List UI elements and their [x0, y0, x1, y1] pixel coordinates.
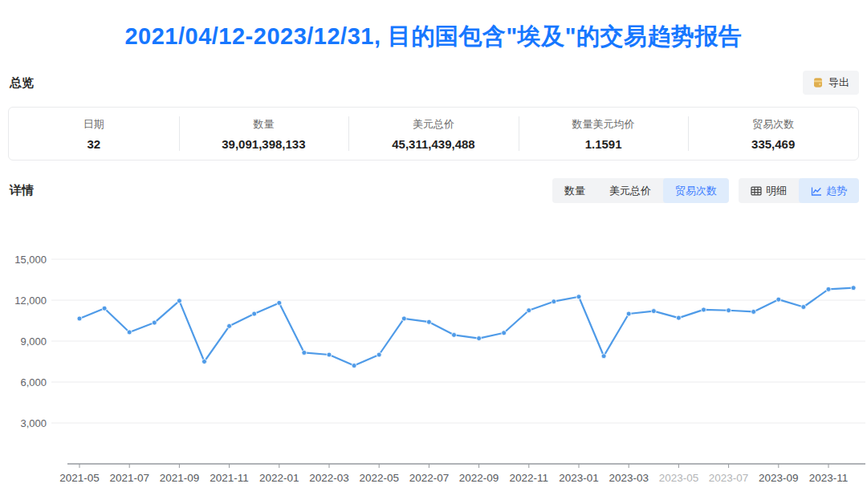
- x-axis-label: 2021-11: [210, 472, 249, 484]
- detail-tab-groups: 数量 美元总价 贸易次数 明细: [552, 178, 859, 203]
- x-axis-label: 2022-11: [510, 472, 549, 484]
- y-axis-label: 9,000: [20, 335, 47, 348]
- stat-trade-count: 贸易次数 335,469: [688, 108, 858, 160]
- stat-dates: 日期 32: [9, 108, 179, 160]
- metric-tab-trade-count[interactable]: 贸易次数: [663, 178, 729, 203]
- data-point: [502, 331, 507, 335]
- data-point: [102, 306, 107, 311]
- view-tab-detail[interactable]: 明细: [739, 178, 799, 203]
- page-title: 2021/04/12-2023/12/31, 目的国包含"埃及"的交易趋势报告: [0, 21, 867, 53]
- x-axis-label: 2021-07: [109, 472, 149, 484]
- stat-value: 45,311,439,488: [392, 137, 474, 151]
- table-icon: [751, 185, 762, 197]
- data-point: [651, 309, 656, 314]
- data-point: [352, 364, 356, 368]
- data-point: [401, 316, 406, 321]
- stat-label: 数量: [253, 117, 274, 132]
- y-axis-label: 3,000: [20, 417, 47, 429]
- x-axis-label: 2023-09: [759, 472, 799, 484]
- x-axis-label: 2023-11: [809, 472, 849, 484]
- data-point: [77, 316, 82, 321]
- data-point: [776, 297, 781, 302]
- detail-header: 详情 数量 美元总价 贸易次数: [10, 178, 859, 203]
- x-axis-label: 2022-09: [459, 472, 499, 484]
- data-point: [252, 311, 257, 316]
- data-point: [826, 287, 831, 291]
- x-axis-label: 2022-01: [259, 472, 299, 484]
- stat-label: 数量美元均价: [572, 117, 635, 132]
- tab-label: 美元总价: [609, 184, 651, 198]
- tab-label: 贸易次数: [675, 184, 717, 198]
- y-axis-label: 6,000: [20, 376, 47, 388]
- data-point: [377, 352, 381, 357]
- data-point: [751, 309, 756, 314]
- metric-tab-quantity[interactable]: 数量: [552, 178, 597, 203]
- tab-label: 数量: [564, 184, 585, 198]
- export-button-label: 导出: [828, 75, 849, 90]
- overview-header: 总览 导出: [10, 71, 859, 95]
- stat-value: 39,091,398,133: [222, 137, 305, 151]
- stat-value: 335,469: [751, 137, 795, 151]
- data-point: [327, 352, 332, 357]
- metric-tab-group: 数量 美元总价 贸易次数: [552, 178, 729, 203]
- data-point: [576, 295, 581, 299]
- x-axis-label: 2022-05: [359, 472, 399, 484]
- data-point: [851, 286, 856, 291]
- data-point: [601, 354, 606, 359]
- x-axis-label: 2023-01: [559, 472, 599, 484]
- data-point: [152, 320, 157, 325]
- data-point: [477, 336, 482, 341]
- data-point: [527, 308, 531, 313]
- data-point: [426, 319, 431, 324]
- tab-label: 明细: [766, 184, 787, 198]
- data-point: [626, 311, 631, 316]
- trend-icon: [811, 185, 822, 197]
- data-point: [127, 330, 132, 335]
- stat-value: 32: [87, 137, 100, 151]
- overview-heading: 总览: [10, 71, 859, 95]
- stat-label: 美元总价: [413, 117, 454, 132]
- x-axis-label: 2023-07: [709, 472, 749, 484]
- stat-usd-total: 美元总价 45,311,439,488: [348, 108, 519, 160]
- stat-quantity: 数量 39,091,398,133: [179, 108, 349, 160]
- data-point: [702, 307, 706, 312]
- data-point: [452, 332, 457, 337]
- x-axis-label: 2021-09: [160, 472, 200, 484]
- data-point: [277, 300, 282, 305]
- x-axis-label: 2023-05: [659, 472, 699, 484]
- y-axis-label: 15,000: [14, 254, 47, 266]
- data-point: [727, 308, 731, 313]
- x-axis-label: 2023-03: [609, 472, 649, 484]
- stat-label: 贸易次数: [752, 117, 794, 132]
- data-point: [302, 350, 307, 355]
- x-axis-label: 2022-03: [309, 472, 349, 484]
- export-gold-document-icon: [812, 77, 824, 88]
- data-point: [801, 305, 806, 310]
- y-axis-label: 12,000: [14, 295, 47, 307]
- overview-stats-card: 日期 32 数量 39,091,398,133 美元总价 45,311,439,…: [8, 107, 859, 161]
- data-point: [552, 299, 556, 304]
- data-point: [676, 315, 681, 320]
- data-point: [227, 323, 232, 328]
- data-point: [177, 299, 181, 303]
- view-tab-trend[interactable]: 趋势: [799, 178, 859, 203]
- metric-tab-usd-total[interactable]: 美元总价: [597, 178, 663, 203]
- view-tab-group: 明细 趋势: [739, 178, 859, 203]
- data-point: [202, 360, 207, 364]
- x-axis-label: 2022-07: [409, 472, 450, 484]
- trend-line: [79, 288, 853, 366]
- stat-avg-usd-price: 数量美元均价 1.1591: [519, 108, 689, 160]
- stat-value: 1.1591: [585, 137, 622, 151]
- export-button[interactable]: 导出: [803, 71, 859, 95]
- tab-label: 趋势: [826, 184, 847, 198]
- stat-label: 日期: [83, 117, 104, 132]
- x-axis-label: 2021-05: [59, 472, 100, 484]
